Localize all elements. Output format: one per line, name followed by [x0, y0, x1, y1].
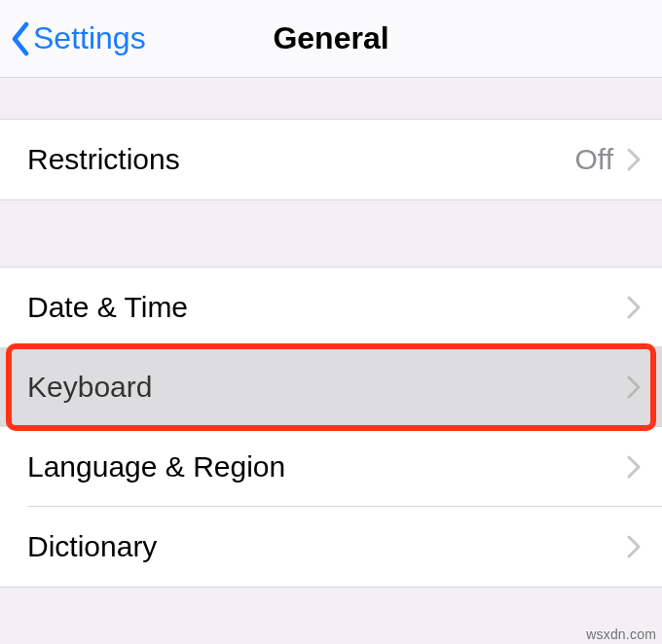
- cell-date-time[interactable]: Date & Time: [0, 268, 662, 347]
- cell-keyboard[interactable]: Keyboard: [0, 347, 662, 427]
- section-spacer: [0, 78, 662, 119]
- chevron-right-icon: [627, 455, 641, 479]
- watermark: wsxdn.com: [586, 626, 656, 642]
- page-title: General: [273, 20, 388, 56]
- chevron-right-icon: [627, 376, 641, 399]
- cell-restrictions[interactable]: Restrictions Off: [0, 120, 662, 199]
- cell-label: Language & Region: [27, 450, 627, 483]
- chevron-right-icon: [627, 148, 641, 171]
- settings-group-1: Restrictions Off: [0, 119, 662, 200]
- cell-label: Restrictions: [27, 143, 575, 176]
- chevron-right-icon: [627, 296, 641, 319]
- cell-value: Off: [575, 143, 613, 176]
- back-label: Settings: [33, 20, 146, 56]
- chevron-right-icon: [627, 535, 641, 558]
- settings-group-2: Date & Time Keyboard Language & Region D…: [0, 267, 662, 588]
- navigation-bar: Settings General: [0, 0, 662, 78]
- back-button[interactable]: Settings: [10, 20, 146, 56]
- section-spacer: [0, 200, 662, 267]
- highlighted-cell-keyboard: Keyboard: [0, 347, 662, 427]
- chevron-left-icon: [10, 21, 31, 56]
- cell-dictionary[interactable]: Dictionary: [0, 507, 662, 587]
- cell-label: Dictionary: [27, 530, 627, 563]
- cell-label: Keyboard: [27, 371, 627, 404]
- cell-label: Date & Time: [27, 291, 627, 324]
- cell-language-region[interactable]: Language & Region: [0, 427, 662, 507]
